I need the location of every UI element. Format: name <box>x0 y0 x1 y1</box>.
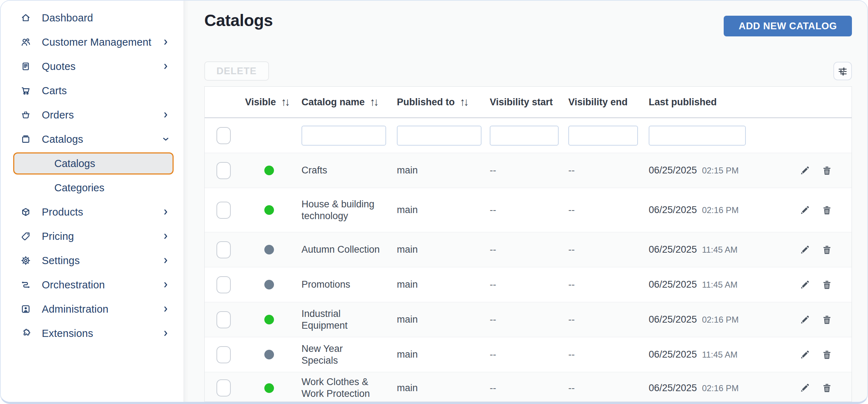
sidebar-subitem-categories[interactable]: Categories <box>1 176 184 200</box>
header-visible[interactable]: Visible ↑↓ <box>239 96 295 108</box>
sidebar-item-administration[interactable]: Administration <box>1 297 184 321</box>
sidebar-item-pricing[interactable]: Pricing <box>1 224 184 248</box>
edit-button[interactable] <box>799 382 811 394</box>
edit-button[interactable] <box>799 204 811 216</box>
filter-input-catalog-name[interactable] <box>301 126 386 146</box>
header-visibility-end: Visibility end <box>562 97 642 108</box>
delete-row-button[interactable] <box>821 244 833 256</box>
visibility-status-dot <box>264 280 274 289</box>
row-checkbox[interactable] <box>216 241 231 258</box>
column-settings-button[interactable] <box>833 62 852 80</box>
edit-button[interactable] <box>799 165 811 177</box>
published-to: main <box>390 244 483 255</box>
delete-row-button[interactable] <box>821 349 833 361</box>
sidebar-item-extensions[interactable]: Extensions <box>1 321 184 345</box>
edit-button[interactable] <box>799 314 811 326</box>
sidebar-item-label: Carts <box>42 85 67 97</box>
published-to: main <box>390 279 483 290</box>
visibility-status-dot <box>264 315 274 324</box>
filter-input-visibility-start[interactable] <box>490 126 559 146</box>
last-published-time: 11:45 AM <box>702 280 738 289</box>
basket-icon <box>20 110 31 120</box>
visibility-status-dot <box>264 383 274 393</box>
sidebar-item-label: Pricing <box>42 231 74 242</box>
flow-icon <box>20 279 31 290</box>
catalog-name: Industrial Equipment <box>295 308 390 332</box>
delete-row-button[interactable] <box>821 382 833 394</box>
sidebar-item-dashboard[interactable]: Dashboard <box>1 6 184 30</box>
last-published-time: 11:45 AM <box>702 245 738 254</box>
filter-input-published-to[interactable] <box>397 126 482 146</box>
catalog-name: Autumn Collection <box>295 244 390 256</box>
chevron-right-icon <box>162 233 169 240</box>
visibility-end: -- <box>562 349 642 360</box>
sidebar-item-orders[interactable]: Orders <box>1 103 184 127</box>
delete-row-button[interactable] <box>821 165 833 177</box>
sidebar-item-label: Products <box>42 206 83 218</box>
row-checkbox[interactable] <box>216 346 231 363</box>
row-checkbox[interactable] <box>216 162 231 179</box>
delete-row-button[interactable] <box>821 279 833 291</box>
users-icon <box>20 37 31 47</box>
admin-badge-icon <box>20 304 31 314</box>
catalogs-table: Visible ↑↓ Catalog name ↑↓ Published to … <box>204 86 852 402</box>
sidebar-subitem-catalogs-selected[interactable]: Catalogs <box>13 152 174 175</box>
sidebar-item-carts[interactable]: Carts <box>1 79 184 103</box>
visibility-start: -- <box>483 349 562 360</box>
chevron-right-icon <box>162 330 169 337</box>
sidebar-item-label: Settings <box>42 255 80 267</box>
chevron-right-icon <box>162 305 169 313</box>
header-last-published: Last published <box>642 97 789 108</box>
sidebar-item-orchestration[interactable]: Orchestration <box>1 273 184 297</box>
visibility-start: -- <box>483 314 562 325</box>
catalog-name: Work Clothes & Work Protection <box>295 376 390 400</box>
filter-input-visibility-end[interactable] <box>568 126 638 146</box>
table-filter-row <box>205 118 852 153</box>
header-published-to[interactable]: Published to ↑↓ <box>390 96 483 108</box>
row-checkbox[interactable] <box>216 202 231 219</box>
edit-button[interactable] <box>799 349 811 361</box>
last-published-time: 11:45 AM <box>702 350 738 359</box>
sidebar-item-settings[interactable]: Settings <box>1 248 184 273</box>
visibility-end: -- <box>562 314 642 325</box>
sidebar-item-customer-management[interactable]: Customer Management <box>1 30 184 54</box>
chevron-right-icon <box>162 39 169 46</box>
chevron-right-icon <box>162 257 169 264</box>
chevron-right-icon <box>162 208 169 216</box>
sidebar-item-products[interactable]: Products <box>1 200 184 224</box>
visibility-end: -- <box>562 244 642 255</box>
sidebar-item-label: Dashboard <box>42 12 93 24</box>
chevron-right-icon <box>162 63 169 70</box>
row-checkbox[interactable] <box>216 311 231 328</box>
published-to: main <box>390 383 483 394</box>
row-checkbox[interactable] <box>216 276 231 293</box>
select-all-checkbox[interactable] <box>216 127 231 144</box>
last-published-date: 06/25/2025 <box>649 244 697 255</box>
catalog-name: New Year Specials <box>295 343 390 367</box>
filter-input-last-published[interactable] <box>649 126 746 146</box>
price-tag-icon <box>20 231 31 242</box>
published-to: main <box>390 314 483 325</box>
last-published-date: 06/25/2025 <box>649 204 697 215</box>
visibility-status-dot <box>264 245 274 254</box>
puzzle-icon <box>20 328 31 339</box>
sliders-icon <box>837 65 848 77</box>
visibility-start: -- <box>483 204 562 216</box>
visibility-start: -- <box>483 279 562 290</box>
sidebar-item-quotes[interactable]: Quotes <box>1 54 184 79</box>
edit-button[interactable] <box>799 244 811 256</box>
header-catalog-name[interactable]: Catalog name ↑↓ <box>295 96 390 108</box>
last-published-time: 02:16 PM <box>702 383 739 393</box>
delete-row-button[interactable] <box>821 314 833 326</box>
edit-button[interactable] <box>799 279 811 291</box>
delete-row-button[interactable] <box>821 204 833 216</box>
delete-button[interactable]: DELETE <box>204 61 269 81</box>
catalog-name: Crafts <box>295 165 390 176</box>
last-published-date: 06/25/2025 <box>649 349 697 360</box>
table-row: Autumn Collection main -- -- 06/25/20251… <box>205 232 852 267</box>
last-published-date: 06/25/2025 <box>649 279 697 290</box>
add-new-catalog-button[interactable]: ADD NEW CATALOG <box>724 16 852 36</box>
sidebar-item-label: Extensions <box>42 328 93 339</box>
sidebar-item-catalogs[interactable]: Catalogs <box>1 127 184 151</box>
row-checkbox[interactable] <box>216 379 231 397</box>
